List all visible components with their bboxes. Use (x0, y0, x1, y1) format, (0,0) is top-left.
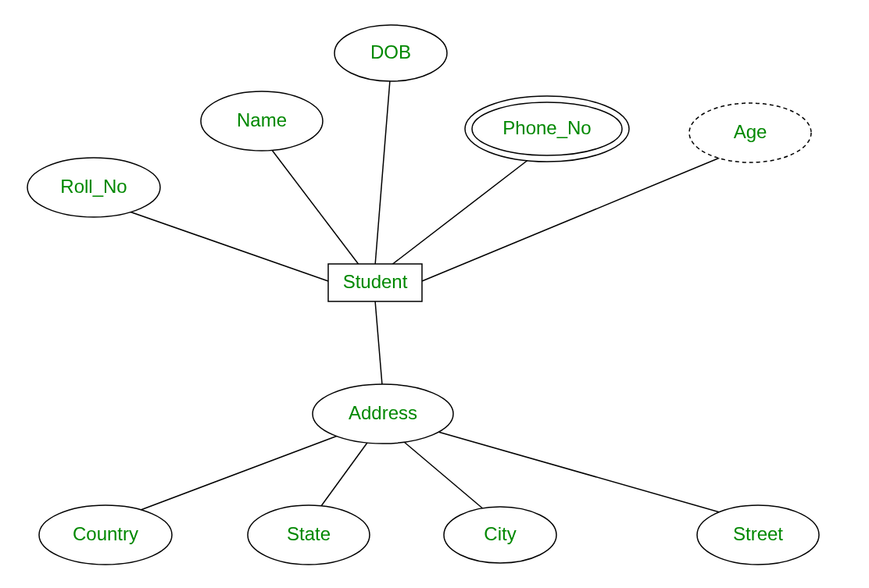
attr-city: City (444, 507, 556, 563)
er-diagram: Student Roll_No Name DOB Phone_No Age Ad… (0, 0, 869, 588)
attr-name: Name (201, 91, 323, 151)
attr-rollno-label: Roll_No (60, 176, 127, 197)
edge-student-dob (375, 70, 391, 265)
attr-dob: DOB (334, 25, 447, 81)
attr-age: Age (689, 103, 811, 162)
attr-street-label: Street (733, 523, 783, 544)
edge-student-age (422, 148, 742, 281)
entity-student: Student (328, 264, 422, 301)
attr-dob-label: DOB (370, 41, 411, 62)
edge-student-phone (391, 148, 543, 265)
attr-address: Address (313, 384, 453, 444)
edge-student-address (375, 301, 383, 394)
attr-city-label: City (484, 523, 516, 544)
attr-state-label: State (287, 523, 331, 544)
attr-phone-no: Phone_No (465, 96, 629, 162)
attr-address-label: Address (349, 402, 417, 423)
attr-state: State (248, 505, 370, 565)
attr-name-label: Name (237, 109, 287, 130)
attr-rollno: Roll_No (27, 158, 160, 217)
attr-phone-no-label: Phone_No (502, 117, 591, 138)
edge-student-name (262, 137, 359, 265)
attr-street: Street (697, 505, 819, 565)
attr-country-label: Country (73, 523, 138, 544)
attr-age-label: Age (734, 121, 767, 142)
entity-student-label: Student (343, 271, 408, 292)
attr-country: Country (39, 505, 172, 565)
